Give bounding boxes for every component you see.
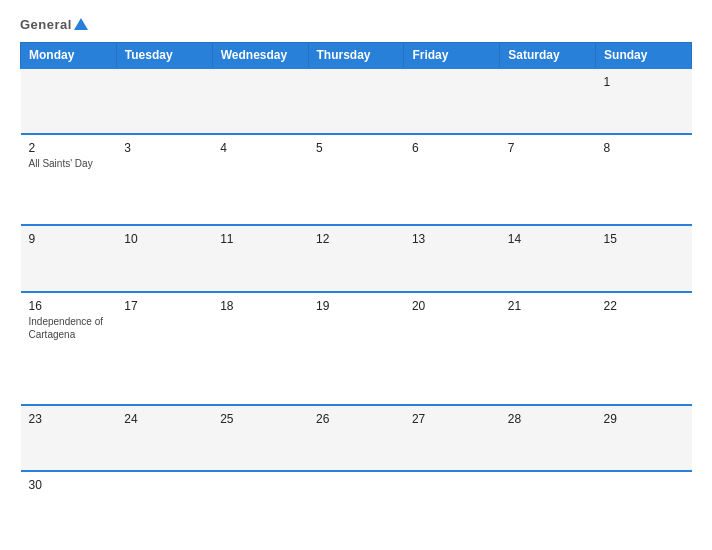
calendar-week-row: 2All Saints' Day345678 <box>21 134 692 225</box>
calendar-cell: 4 <box>212 134 308 225</box>
day-header-thursday: Thursday <box>308 42 404 68</box>
calendar-cell <box>404 68 500 134</box>
calendar-cell: 27 <box>404 405 500 471</box>
day-number: 4 <box>220 141 300 155</box>
day-number: 25 <box>220 412 300 426</box>
calendar-cell: 19 <box>308 292 404 405</box>
day-number: 30 <box>29 478 109 492</box>
calendar-cell <box>500 68 596 134</box>
logo-triangle-icon <box>74 18 88 30</box>
day-header-friday: Friday <box>404 42 500 68</box>
day-number: 23 <box>29 412 109 426</box>
calendar-week-row: 23242526272829 <box>21 405 692 471</box>
day-number: 21 <box>508 299 588 313</box>
calendar-table: MondayTuesdayWednesdayThursdayFridaySatu… <box>20 42 692 536</box>
calendar-cell: 11 <box>212 225 308 291</box>
calendar-cell <box>404 471 500 536</box>
day-number: 3 <box>124 141 204 155</box>
calendar-cell: 25 <box>212 405 308 471</box>
day-number: 1 <box>604 75 684 89</box>
day-number: 20 <box>412 299 492 313</box>
holiday-name: Independence of Cartagena <box>29 315 109 341</box>
day-number: 22 <box>604 299 684 313</box>
calendar-cell: 17 <box>116 292 212 405</box>
day-number: 9 <box>29 232 109 246</box>
calendar-page: General MondayTuesdayWednesdayThursdayFr… <box>0 0 712 550</box>
calendar-cell <box>308 68 404 134</box>
day-number: 24 <box>124 412 204 426</box>
calendar-cell: 21 <box>500 292 596 405</box>
day-number: 19 <box>316 299 396 313</box>
calendar-week-row: 9101112131415 <box>21 225 692 291</box>
day-number: 26 <box>316 412 396 426</box>
calendar-cell: 23 <box>21 405 117 471</box>
logo: General <box>20 18 88 32</box>
day-number: 2 <box>29 141 109 155</box>
calendar-cell: 18 <box>212 292 308 405</box>
day-number: 29 <box>604 412 684 426</box>
calendar-cell <box>212 471 308 536</box>
calendar-cell <box>500 471 596 536</box>
calendar-cell: 30 <box>21 471 117 536</box>
logo-general-text: General <box>20 18 88 32</box>
calendar-cell: 1 <box>596 68 692 134</box>
calendar-cell <box>308 471 404 536</box>
calendar-week-row: 30 <box>21 471 692 536</box>
day-header-wednesday: Wednesday <box>212 42 308 68</box>
calendar-cell <box>212 68 308 134</box>
calendar-cell: 7 <box>500 134 596 225</box>
day-number: 15 <box>604 232 684 246</box>
calendar-cell: 20 <box>404 292 500 405</box>
day-number: 10 <box>124 232 204 246</box>
calendar-cell: 10 <box>116 225 212 291</box>
day-header-saturday: Saturday <box>500 42 596 68</box>
holiday-name: All Saints' Day <box>29 157 109 170</box>
calendar-week-row: 16Independence of Cartagena171819202122 <box>21 292 692 405</box>
day-number: 12 <box>316 232 396 246</box>
calendar-cell: 14 <box>500 225 596 291</box>
calendar-cell: 16Independence of Cartagena <box>21 292 117 405</box>
day-header-sunday: Sunday <box>596 42 692 68</box>
day-number: 5 <box>316 141 396 155</box>
day-header-tuesday: Tuesday <box>116 42 212 68</box>
calendar-cell: 28 <box>500 405 596 471</box>
calendar-cell: 29 <box>596 405 692 471</box>
calendar-cell <box>21 68 117 134</box>
calendar-cell: 12 <box>308 225 404 291</box>
calendar-cell: 9 <box>21 225 117 291</box>
day-number: 18 <box>220 299 300 313</box>
calendar-cell: 24 <box>116 405 212 471</box>
calendar-cell: 26 <box>308 405 404 471</box>
calendar-header-row: MondayTuesdayWednesdayThursdayFridaySatu… <box>21 42 692 68</box>
calendar-cell: 6 <box>404 134 500 225</box>
calendar-cell <box>116 471 212 536</box>
calendar-cell: 13 <box>404 225 500 291</box>
calendar-cell: 3 <box>116 134 212 225</box>
day-number: 11 <box>220 232 300 246</box>
calendar-cell <box>596 471 692 536</box>
calendar-header: General <box>20 18 692 32</box>
calendar-week-row: 1 <box>21 68 692 134</box>
day-number: 8 <box>604 141 684 155</box>
calendar-cell: 5 <box>308 134 404 225</box>
day-number: 7 <box>508 141 588 155</box>
day-number: 13 <box>412 232 492 246</box>
day-number: 14 <box>508 232 588 246</box>
day-header-monday: Monday <box>21 42 117 68</box>
day-number: 27 <box>412 412 492 426</box>
day-number: 6 <box>412 141 492 155</box>
calendar-cell: 8 <box>596 134 692 225</box>
calendar-cell: 22 <box>596 292 692 405</box>
day-number: 17 <box>124 299 204 313</box>
day-number: 16 <box>29 299 109 313</box>
day-number: 28 <box>508 412 588 426</box>
calendar-cell: 15 <box>596 225 692 291</box>
calendar-cell: 2All Saints' Day <box>21 134 117 225</box>
calendar-cell <box>116 68 212 134</box>
